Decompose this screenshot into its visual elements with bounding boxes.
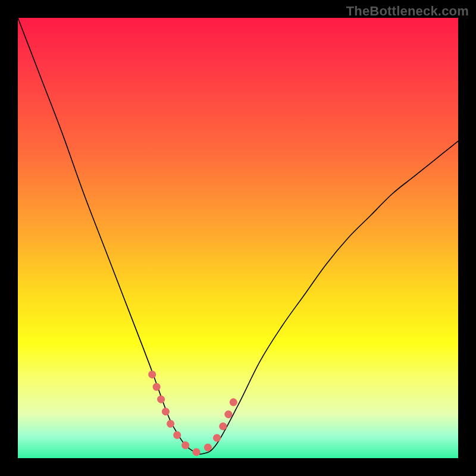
chart-svg xyxy=(18,18,458,458)
highlight-dots xyxy=(152,374,236,453)
bottleneck-curve xyxy=(18,18,458,454)
plot-area xyxy=(18,18,458,458)
watermark-text: TheBottleneck.com xyxy=(346,4,469,19)
